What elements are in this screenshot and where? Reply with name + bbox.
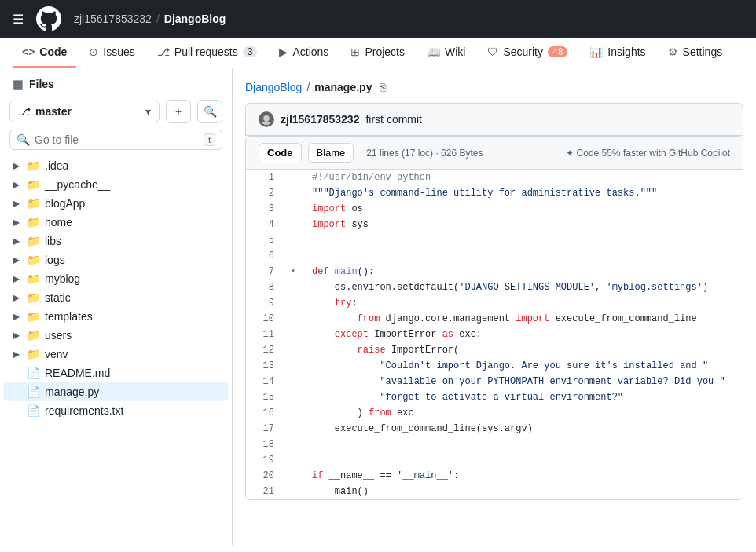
code-line-15: 15 "forget to activate a virtual environ… bbox=[246, 389, 743, 405]
commit-message: first commit bbox=[365, 113, 422, 126]
tab-security[interactable]: 🛡 Security 48 bbox=[478, 38, 577, 68]
tree-item-readme[interactable]: ▶ 📄 README.md bbox=[3, 364, 229, 382]
copilot-icon: ✦ bbox=[566, 148, 574, 159]
chevron-icon: ▶ bbox=[13, 349, 22, 360]
chevron-icon: ▶ bbox=[13, 179, 22, 190]
tree-item-venv[interactable]: ▶ 📁 venv bbox=[3, 345, 229, 364]
tree-item-blogapp[interactable]: ▶ 📁 blogApp bbox=[3, 194, 229, 213]
code-file: Code Blame 21 lines (17 loc) · 626 Bytes… bbox=[245, 136, 743, 500]
code-line-18: 18 bbox=[246, 437, 743, 452]
code-tab-code[interactable]: Code bbox=[259, 143, 302, 163]
actions-icon: ▶ bbox=[279, 46, 288, 58]
code-content: 1 #!/usr/bin/env python 2 """Django's co… bbox=[246, 170, 743, 499]
github-logo bbox=[36, 6, 61, 31]
branch-selector[interactable]: ⎇ master ▾ bbox=[9, 101, 160, 122]
tree-item-pycache[interactable]: ▶ 📁 __pycache__ bbox=[3, 175, 229, 194]
folder-icon: 📁 bbox=[27, 254, 40, 266]
tab-code[interactable]: <> Code bbox=[13, 38, 76, 68]
sidebar-header: ▦ Files bbox=[0, 68, 232, 100]
branch-icon: ⎇ bbox=[18, 105, 31, 118]
code-line-9: 9 try: bbox=[246, 295, 743, 311]
folder-icon: 📁 bbox=[27, 348, 40, 360]
hamburger-menu[interactable]: ☰ bbox=[13, 12, 24, 27]
tab-issues[interactable]: ⊙ Issues bbox=[79, 38, 144, 68]
chevron-icon: ▶ bbox=[13, 217, 22, 228]
code-line-11: 11 except ImportError as exc: bbox=[246, 327, 743, 342]
sidebar-icon: ▦ bbox=[13, 78, 23, 90]
commit-author[interactable]: zjl15617853232 bbox=[281, 113, 359, 126]
folder-icon: 📁 bbox=[27, 178, 40, 191]
chevron-icon: ▶ bbox=[13, 254, 22, 265]
folder-icon: 📁 bbox=[27, 197, 40, 210]
file-icon: 📄 bbox=[27, 404, 40, 417]
code-line-19: 19 bbox=[246, 452, 743, 468]
tree-item-static[interactable]: ▶ 📁 static bbox=[3, 288, 229, 307]
projects-icon: ⊞ bbox=[350, 46, 360, 58]
folder-icon: 📁 bbox=[27, 310, 40, 323]
code-line-2: 2 """Django's command-line utility for a… bbox=[246, 185, 743, 201]
code-line-16: 16 ) from exc bbox=[246, 405, 743, 421]
chevron-icon: ▶ bbox=[13, 311, 22, 322]
copy-path-btn[interactable]: ⎘ bbox=[380, 81, 386, 93]
sidebar: ▦ Files ⎇ master ▾ + 🔍 🔍 t ▶ 📁 .idea bbox=[0, 68, 233, 545]
code-tab-blame[interactable]: Blame bbox=[308, 143, 354, 163]
insights-icon: 📊 bbox=[589, 46, 603, 58]
tree-item-logs[interactable]: ▶ 📁 logs bbox=[3, 250, 229, 269]
code-toolbar: Code Blame 21 lines (17 loc) · 626 Bytes… bbox=[246, 137, 743, 170]
settings-icon: ⚙ bbox=[668, 46, 678, 58]
add-file-btn[interactable]: + bbox=[166, 100, 191, 123]
chevron-down-icon: ▾ bbox=[145, 105, 151, 118]
code-line-6: 6 bbox=[246, 248, 743, 264]
code-line-21: 21 main() bbox=[246, 484, 743, 499]
folder-icon: 📁 bbox=[27, 159, 40, 172]
folder-icon: 📁 bbox=[27, 216, 40, 228]
chevron-icon: ▶ bbox=[13, 198, 22, 209]
search-files-btn[interactable]: 🔍 bbox=[197, 100, 222, 123]
tab-insights[interactable]: 📊 Insights bbox=[580, 38, 655, 68]
code-line-5: 5 bbox=[246, 232, 743, 248]
code-line-12: 12 raise ImportError( bbox=[246, 342, 743, 358]
tree-item-libs[interactable]: ▶ 📁 libs bbox=[3, 232, 229, 250]
folder-icon: 📁 bbox=[27, 272, 40, 285]
folder-icon: 📁 bbox=[27, 291, 40, 304]
breadcrumb-reponame[interactable]: DjangoBlog bbox=[164, 13, 226, 25]
security-icon: 🛡 bbox=[487, 46, 498, 58]
file-icon: 📄 bbox=[27, 386, 40, 398]
tree-item-requirements[interactable]: ▶ 📄 requirements.txt bbox=[3, 401, 229, 420]
pr-badge: 3 bbox=[243, 46, 258, 57]
code-line-4: 4 import sys bbox=[246, 217, 743, 232]
tree-item-templates[interactable]: ▶ 📁 templates bbox=[3, 307, 229, 326]
code-line-3: 3 import os bbox=[246, 201, 743, 217]
branch-bar: ⎇ master ▾ + 🔍 bbox=[0, 100, 232, 123]
main-layout: ▦ Files ⎇ master ▾ + 🔍 🔍 t ▶ 📁 .idea bbox=[0, 68, 756, 545]
tab-wiki[interactable]: 📖 Wiki bbox=[417, 38, 475, 68]
tree-item-home[interactable]: ▶ 📁 home bbox=[3, 213, 229, 232]
content-area: DjangoBlog / manage.py ⎘ zjl15617853232 … bbox=[233, 68, 756, 545]
tree-item-managepy[interactable]: ▶ 📄 manage.py bbox=[3, 382, 229, 401]
wiki-icon: 📖 bbox=[427, 46, 440, 58]
tree-item-idea[interactable]: ▶ 📁 .idea bbox=[3, 156, 229, 175]
search-key: t bbox=[204, 133, 215, 146]
tree-item-users[interactable]: ▶ 📁 users bbox=[3, 326, 229, 345]
folder-icon: 📁 bbox=[27, 235, 40, 247]
file-icon: 📄 bbox=[27, 367, 40, 379]
code-line-10: 10 from django.core.management import ex… bbox=[246, 311, 743, 327]
code-line-17: 17 execute_from_command_line(sys.argv) bbox=[246, 421, 743, 437]
search-icon: 🔍 bbox=[17, 133, 30, 146]
top-nav: ☰ zjl15617853232 / DjangoBlog bbox=[0, 0, 756, 38]
search-input[interactable] bbox=[35, 133, 199, 146]
code-stats: 21 lines (17 loc) · 626 Bytes bbox=[366, 148, 483, 159]
tab-actions[interactable]: ▶ Actions bbox=[270, 38, 338, 68]
pr-icon: ⎇ bbox=[157, 46, 170, 58]
code-line-7: 7 ▾ def main(): bbox=[246, 264, 743, 280]
tab-pullrequests[interactable]: ⎇ Pull requests 3 bbox=[148, 38, 267, 68]
chevron-icon: ▶ bbox=[13, 236, 22, 247]
tree-item-myblog[interactable]: ▶ 📁 myblog bbox=[3, 269, 229, 288]
tab-settings[interactable]: ⚙ Settings bbox=[659, 38, 732, 68]
breadcrumb: zjl15617853232 / DjangoBlog bbox=[74, 13, 226, 25]
tab-projects[interactable]: ⊞ Projects bbox=[341, 38, 414, 68]
chevron-icon: ▶ bbox=[13, 160, 22, 171]
breadcrumb-username[interactable]: zjl15617853232 bbox=[74, 13, 152, 25]
branch-name: master bbox=[35, 105, 72, 118]
file-path-repo[interactable]: DjangoBlog bbox=[245, 81, 302, 93]
